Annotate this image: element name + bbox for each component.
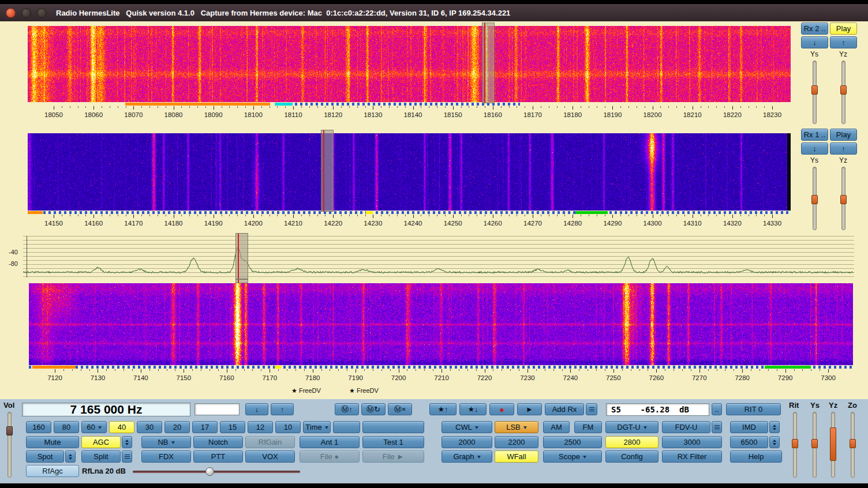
slider-thumb[interactable] (840, 85, 847, 95)
smeter-options-button[interactable]: .. (712, 403, 722, 415)
slider-thumb[interactable] (811, 85, 818, 95)
unassigned-button[interactable] (362, 421, 424, 433)
waterfall-tuning-tab[interactable] (235, 279, 248, 283)
rx1-ys-slider[interactable] (813, 167, 817, 230)
rx1-up-button[interactable]: ↑ (830, 142, 857, 155)
minimize-button[interactable] (21, 8, 31, 18)
screen-scope-button[interactable]: Scope (543, 451, 602, 463)
fdx-button[interactable]: FDX (141, 451, 191, 463)
band-40-button[interactable]: 40 (109, 421, 134, 433)
memory-next-button[interactable]: Ⓜ↻ (361, 403, 386, 415)
rx2-play-button[interactable]: Play (830, 22, 857, 35)
rx-filter-button[interactable]: RX Filter (662, 451, 722, 463)
notch-button[interactable]: Notch (193, 436, 243, 448)
favorites-open-button[interactable]: ★↓ (459, 403, 487, 415)
band-30-button[interactable]: 30 (137, 421, 162, 433)
add-rx-menu-button[interactable] (586, 403, 597, 415)
rx2-ys-slider[interactable] (813, 61, 817, 124)
rx1-button[interactable]: Rx 1 .. (801, 129, 828, 141)
filter-2800-button[interactable]: 2800 (605, 436, 659, 448)
spot-button[interactable]: Spot (26, 451, 64, 463)
maximize-button[interactable] (37, 8, 47, 18)
tune-down-button[interactable]: ↓ (245, 403, 268, 415)
band-15-button[interactable]: 15 (220, 421, 245, 433)
help-button[interactable]: Help (730, 451, 782, 463)
split-menu-button[interactable] (122, 451, 132, 463)
frequency-entry[interactable] (194, 403, 240, 415)
filter-3000-button[interactable]: 3000 (662, 436, 722, 448)
nb-button[interactable]: NB (141, 436, 191, 448)
close-button[interactable] (6, 8, 16, 18)
band-160-button[interactable]: 160 (26, 421, 51, 433)
screen-wfall-button[interactable]: WFall (495, 451, 538, 463)
favorites-add-button[interactable]: ★↑ (429, 403, 457, 415)
mode-imd-button[interactable]: IMD (730, 421, 768, 433)
rfagc-button[interactable]: RfAgc (26, 465, 79, 477)
slider-thumb[interactable] (6, 426, 13, 436)
tuning-marker-rx2[interactable] (482, 22, 495, 103)
rx1-down-button[interactable]: ↓ (801, 142, 828, 155)
antenna-button[interactable]: Ant 1 (300, 436, 360, 448)
mode-fm-button[interactable]: FM (574, 421, 602, 433)
screen-graph-button[interactable]: Graph (442, 451, 492, 463)
band-80-button[interactable]: 80 (54, 421, 79, 433)
band-60-button[interactable]: 60 (81, 421, 107, 433)
test1-button[interactable]: Test 1 (362, 436, 424, 448)
band-20-button[interactable]: 20 (164, 421, 190, 433)
time-button[interactable]: Time (303, 421, 331, 433)
spectrum-graph[interactable] (23, 236, 854, 277)
slider-thumb[interactable] (792, 439, 798, 448)
slider-thumb[interactable] (830, 427, 836, 461)
mode-am-button[interactable]: AM (543, 421, 570, 433)
filter-2200-button[interactable]: 2200 (495, 436, 538, 448)
yz-slider[interactable] (831, 412, 835, 478)
rx2-button[interactable]: Rx 2 .. (801, 22, 828, 35)
waterfall-17m[interactable] (28, 26, 791, 102)
zo-slider[interactable] (851, 412, 855, 478)
mode-dgtu-button[interactable]: DGT-U (605, 421, 659, 433)
slider-thumb[interactable] (811, 195, 818, 204)
waterfall-40m[interactable] (29, 283, 853, 365)
rx2-yz-slider[interactable] (841, 61, 845, 124)
imd-spin-button[interactable] (769, 421, 780, 433)
slider-thumb[interactable] (205, 467, 214, 476)
vox-button[interactable]: VOX (245, 451, 295, 463)
rflna-slider[interactable] (133, 471, 300, 473)
band-17-button[interactable]: 17 (192, 421, 218, 433)
tuning-marker-rx1[interactable] (321, 130, 334, 212)
slider-thumb[interactable] (850, 439, 856, 448)
rx2-up-button[interactable]: ↑ (830, 36, 857, 48)
add-rx-button[interactable]: Add Rx (545, 403, 584, 415)
filter-2000-button[interactable]: 2000 (442, 436, 492, 448)
graph-tuning-marker[interactable] (235, 233, 248, 279)
waterfall-20m[interactable] (28, 133, 791, 211)
mute-button[interactable]: Mute (26, 436, 79, 448)
slider-thumb[interactable] (840, 195, 847, 204)
split-button[interactable]: Split (81, 451, 121, 463)
slider-thumb[interactable] (811, 439, 818, 448)
mode-fdvu-button[interactable]: FDV-U (662, 421, 710, 433)
filter-6500-button[interactable]: 6500 (730, 436, 768, 448)
config-button[interactable]: Config (605, 451, 659, 463)
rit-slider[interactable] (793, 412, 797, 478)
filter-2500-button[interactable]: 2500 (543, 436, 602, 448)
band-12-button[interactable]: 12 (248, 421, 273, 433)
agc-button[interactable]: AGC (81, 436, 121, 448)
memory-save-button[interactable]: Ⓜ↑ (335, 403, 359, 415)
memory-delete-button[interactable]: Ⓜ× (388, 403, 412, 415)
ptt-button[interactable]: PTT (193, 451, 243, 463)
playback-button[interactable]: ► (517, 403, 542, 415)
band-10-button[interactable]: 10 (275, 421, 301, 433)
tune-up-button[interactable]: ↑ (271, 403, 294, 415)
rx2-down-button[interactable]: ↓ (801, 36, 828, 48)
fdvu-menu-button[interactable] (712, 421, 722, 433)
record-button[interactable]: ● (489, 403, 514, 415)
rx1-play-button[interactable]: Play (830, 129, 857, 141)
ys-slider[interactable] (813, 412, 817, 478)
volume-slider[interactable] (8, 412, 12, 478)
filter-spin-button[interactable] (769, 436, 780, 448)
agc-spin-button[interactable] (122, 436, 132, 448)
unassigned-button[interactable] (333, 421, 360, 433)
rx1-yz-slider[interactable] (841, 167, 845, 230)
spot-spin-button[interactable] (65, 451, 76, 463)
